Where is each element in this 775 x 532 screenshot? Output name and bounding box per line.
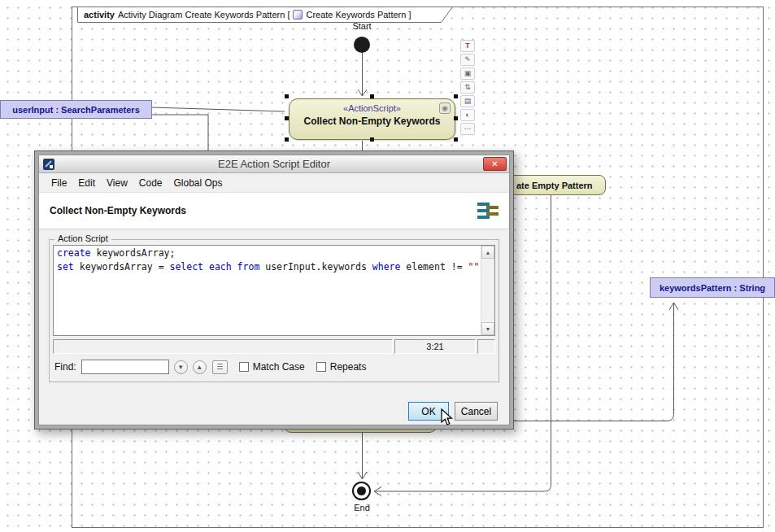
smart-toolbar-icon-7[interactable]: ⋯	[460, 123, 475, 135]
find-options-button[interactable]: ☰	[212, 360, 228, 374]
dialog-header: Collect Non-Empty Keywords	[39, 192, 509, 229]
status-cell-left	[53, 339, 393, 354]
editor-statusbar: 3:21	[53, 339, 495, 354]
e2e-logo	[477, 202, 499, 220]
smart-toolbar: T✎▣⇅▤◐⋯	[460, 40, 476, 135]
smart-toolbar-icon-5[interactable]: ▤	[460, 95, 475, 107]
object-node-userinput[interactable]: userInput : SearchParameters	[0, 100, 152, 119]
dialog-buttons: OK Cancel	[408, 402, 498, 421]
find-bar: Find: ▼ ▲ ☰ Match Case Repeats	[53, 359, 495, 375]
dialog-title: E2E Action Script Editor	[39, 158, 509, 170]
scroll-up-button[interactable]: ▲	[481, 246, 494, 259]
script-icon: ◉	[439, 102, 451, 114]
menu-item-view[interactable]: View	[101, 176, 133, 190]
repeats-checkbox[interactable]	[316, 362, 326, 372]
action-name: Collect Non-Empty Keywords	[290, 116, 455, 127]
selection-handle[interactable]	[454, 137, 458, 142]
selection-handle[interactable]	[285, 116, 289, 120]
menu-item-code[interactable]: Code	[133, 176, 168, 190]
menu-item-edit[interactable]: Edit	[72, 176, 101, 190]
frame-header: activity Activity Diagram Create Keyword…	[84, 8, 411, 21]
frame-keyword: activity	[84, 10, 115, 20]
repeats-label: Repeats	[330, 361, 367, 373]
group-label: Action Script	[54, 233, 111, 243]
find-label: Find:	[54, 361, 76, 373]
scroll-down-button[interactable]: ▼	[481, 322, 494, 335]
cursor-position: 3:21	[394, 339, 476, 354]
final-node-dot	[357, 486, 366, 495]
close-button[interactable]: ✕	[483, 157, 507, 171]
initial-node[interactable]	[354, 37, 370, 53]
smart-toolbar-icon-6[interactable]: ◐	[460, 109, 475, 121]
activity-diagram-icon	[293, 10, 303, 20]
menu-item-file[interactable]: File	[46, 176, 72, 190]
frame-title: Activity Diagram Create Keywords Pattern…	[118, 10, 290, 20]
smart-toolbar-icon-4[interactable]: ⇅	[460, 81, 475, 94]
menubar: File Edit View Code Global Ops	[39, 173, 509, 192]
smart-toolbar-icon-1[interactable]: T	[460, 40, 475, 52]
action-stereotype: «ActionScript»	[290, 103, 455, 113]
status-cell-mini	[477, 339, 495, 354]
edited-action-name: Collect Non-Empty Keywords	[50, 205, 186, 216]
menu-item-global-ops[interactable]: Global Ops	[168, 176, 229, 190]
selection-handle[interactable]	[454, 116, 458, 120]
editor-scrollbar[interactable]: ▲ ▼	[481, 246, 494, 335]
selection-handle[interactable]	[370, 94, 374, 98]
final-node[interactable]	[352, 482, 371, 500]
cancel-button[interactable]: Cancel	[455, 402, 498, 421]
frame-subtitle: Create Keywords Pattern ]	[306, 10, 411, 20]
end-label: End	[346, 503, 378, 512]
match-case-label: Match Case	[253, 361, 305, 373]
code-content[interactable]: create keywordsArray;set keywordsArray =…	[54, 246, 481, 335]
code-editor[interactable]: create keywordsArray;set keywordsArray =…	[53, 245, 495, 336]
action-script-editor-dialog: E2E Action Script Editor ✕ File Edit Vie…	[34, 150, 514, 430]
find-next-button[interactable]: ▼	[174, 360, 188, 374]
dialog-titlebar[interactable]: E2E Action Script Editor ✕	[39, 155, 509, 173]
action-script-group: Action Script create keywordsArray;set k…	[49, 239, 499, 382]
match-case-checkbox[interactable]	[239, 362, 249, 372]
find-prev-button[interactable]: ▲	[193, 360, 207, 374]
selection-handle[interactable]	[285, 137, 289, 142]
smart-toolbar-icon-3[interactable]: ▣	[460, 68, 475, 80]
start-label: Start	[342, 21, 382, 31]
selection-handle[interactable]	[370, 137, 374, 142]
object-node-keywordspattern[interactable]: keywordsPattern : String	[650, 277, 775, 298]
action-node-collect-keywords[interactable]: ◉ «ActionScript» Collect Non-Empty Keywo…	[289, 98, 455, 140]
mouse-cursor	[441, 408, 453, 426]
selection-handle[interactable]	[285, 94, 289, 98]
find-input[interactable]	[81, 360, 169, 374]
selection-handle[interactable]	[454, 94, 458, 98]
smart-toolbar-icon-2[interactable]: ✎	[460, 54, 475, 66]
